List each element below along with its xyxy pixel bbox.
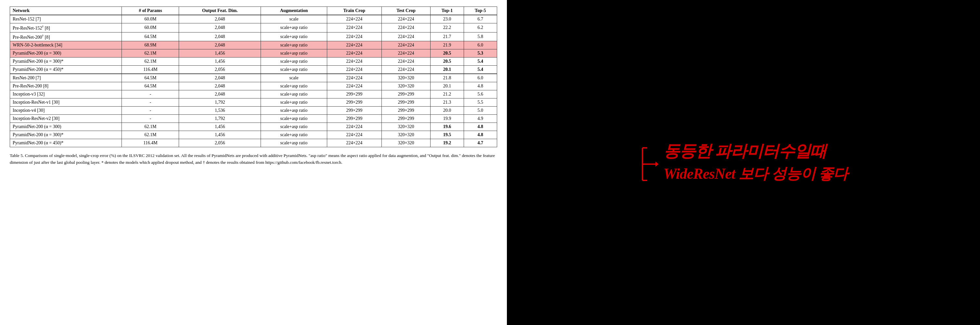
table-row: PyramidNet-200 (α = 300)62.1M1,456scale+… (10, 123, 497, 131)
cell-top5: 5.8 (464, 32, 497, 41)
cell-top1: 21.7 (431, 32, 464, 41)
cell-top1: 19.6 (431, 123, 464, 131)
cell-params: - (122, 107, 179, 115)
right-panel: 동등한 파라미터수일때 WideResNet 보다 성능이 좋다 (507, 0, 980, 325)
cell-network: PyramidNet-200 (α = 300) (10, 49, 122, 57)
cell-feat: 1,792 (179, 115, 261, 123)
cell-aug: scale+asp ratio (261, 82, 327, 90)
cell-train: 224×224 (327, 57, 382, 66)
cell-feat: 1,456 (179, 49, 261, 57)
cell-aug: scale+asp ratio (261, 131, 327, 139)
cell-aug: scale+asp ratio (261, 57, 327, 66)
cell-top5: 6.2 (464, 23, 497, 32)
table-row: Inception-v4 [30]-1,536scale+asp ratio29… (10, 107, 497, 115)
cell-train: 224×224 (327, 139, 382, 147)
cell-network: Pre-ResNet-152† [8] (10, 23, 122, 32)
cell-test: 299×299 (382, 90, 430, 99)
cell-train: 299×299 (327, 99, 382, 107)
col-train: Train Crop (327, 7, 382, 15)
cell-train: 224×224 (327, 82, 382, 90)
cell-train: 224×224 (327, 131, 382, 139)
cell-aug: scale+asp ratio (261, 107, 327, 115)
cell-top1: 21.2 (431, 90, 464, 99)
cell-top1: 21.9 (431, 41, 464, 49)
cell-top5: 6.0 (464, 74, 497, 82)
cell-network: Inception-v3 [32] (10, 90, 122, 99)
cell-feat: 2,056 (179, 139, 261, 147)
cell-params: 64.5M (122, 74, 179, 82)
col-top1: Top-1 (431, 7, 464, 15)
cell-top5: 5.4 (464, 66, 497, 74)
col-network: Network (10, 7, 122, 15)
col-feat: Output Feat. Dim. (179, 7, 261, 15)
col-test: Test Crop (382, 7, 430, 15)
cell-test: 320×320 (382, 131, 430, 139)
col-aug: Augmentation (261, 7, 327, 15)
cell-train: 299×299 (327, 107, 382, 115)
cell-feat: 2,048 (179, 41, 261, 49)
table-row: Inception-v3 [32]-2,048scale+asp ratio29… (10, 90, 497, 99)
cell-top5: 6.0 (464, 41, 497, 49)
cell-network: PyramidNet-200 (α = 450)* (10, 139, 122, 147)
cell-train: 224×224 (327, 49, 382, 57)
cell-top1: 20.0 (431, 107, 464, 115)
table-caption: Table 5. Comparisons of single-model, si… (10, 153, 497, 166)
cell-top5: 4.7 (464, 139, 497, 147)
left-panel: Network # of Params Output Feat. Dim. Au… (0, 0, 507, 325)
cell-top5: 5.3 (464, 49, 497, 57)
cell-aug: scale+asp ratio (261, 41, 327, 49)
cell-params: 60.0M (122, 15, 179, 23)
table-row: PyramidNet-200 (α = 450)*116.4M2,056scal… (10, 139, 497, 147)
cell-train: 299×299 (327, 90, 382, 99)
cell-top1: 19.2 (431, 139, 464, 147)
cell-params: 64.5M (122, 82, 179, 90)
table-row: Inception-ResNet-v2 [30]-1,792scale+asp … (10, 115, 497, 123)
annotation-line2: WideResNet 보다 성능이 좋다 (663, 165, 848, 183)
cell-top5: 5.4 (464, 57, 497, 66)
table-row: Pre-ResNet-200 [8]64.5M2,048scale+asp ra… (10, 82, 497, 90)
cell-top1: 19.5 (431, 131, 464, 139)
cell-params: 62.1M (122, 123, 179, 131)
cell-feat: 2,048 (179, 74, 261, 82)
cell-aug: scale+asp ratio (261, 90, 327, 99)
cell-params: 62.1M (122, 57, 179, 66)
bracket-arrow-icon (639, 145, 659, 184)
cell-top5: 6.7 (464, 15, 497, 23)
cell-test: 320×320 (382, 139, 430, 147)
cell-test: 224×224 (382, 66, 430, 74)
cell-test: 224×224 (382, 23, 430, 32)
cell-network: PyramidNet-200 (α = 450)* (10, 66, 122, 74)
cell-test: 299×299 (382, 99, 430, 107)
cell-network: PyramidNet-200 (α = 300) (10, 123, 122, 131)
cell-feat: 1,792 (179, 99, 261, 107)
cell-params: 116.4M (122, 139, 179, 147)
cell-top5: 5.5 (464, 99, 497, 107)
cell-test: 224×224 (382, 15, 430, 23)
cell-params: 68.9M (122, 41, 179, 49)
cell-aug: scale+asp ratio (261, 49, 327, 57)
cell-test: 320×320 (382, 82, 430, 90)
table-row: Pre-ResNet-152† [8]60.0M2,048scale+asp r… (10, 23, 497, 32)
table-row: ResNet-152 [7]60.0M2,048scale224×224224×… (10, 15, 497, 23)
annotation-block: 동등한 파라미터수일때 WideResNet 보다 성능이 좋다 (639, 141, 848, 184)
cell-top5: 5.0 (464, 107, 497, 115)
cell-network: Inception-v4 [30] (10, 107, 122, 115)
cell-top5: 4.8 (464, 131, 497, 139)
cell-aug: scale (261, 15, 327, 23)
cell-feat: 2,048 (179, 82, 261, 90)
cell-feat: 2,048 (179, 15, 261, 23)
cell-test: 320×320 (382, 74, 430, 82)
cell-feat: 2,056 (179, 66, 261, 74)
cell-feat: 1,456 (179, 57, 261, 66)
cell-network: Pre-ResNet-200† [8] (10, 32, 122, 41)
cell-network: PyramidNet-200 (α = 300)* (10, 57, 122, 66)
cell-train: 224×224 (327, 74, 382, 82)
cell-network: WRN-50-2-bottleneck [34] (10, 41, 122, 49)
cell-train: 224×224 (327, 15, 382, 23)
cell-aug: scale+asp ratio (261, 23, 327, 32)
cell-feat: 1,456 (179, 131, 261, 139)
cell-test: 224×224 (382, 41, 430, 49)
cell-top5: 4.9 (464, 115, 497, 123)
cell-top1: 20.5 (431, 57, 464, 66)
cell-network: ResNet-152 [7] (10, 15, 122, 23)
